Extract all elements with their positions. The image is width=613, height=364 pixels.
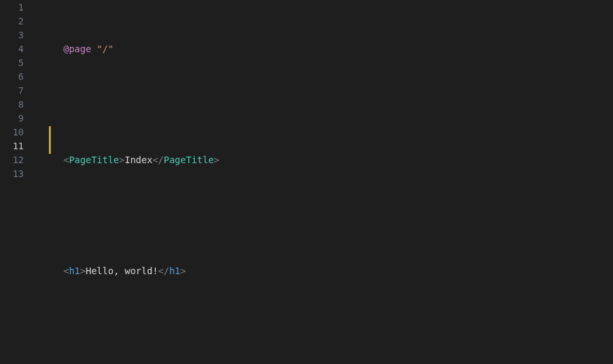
text-content: Hello, world! [86, 266, 159, 276]
directive-name: page [69, 44, 91, 54]
code-line[interactable]: <h1>Hello, world!</h1> [63, 264, 613, 278]
line-number-current[interactable]: 11 [0, 139, 38, 153]
code-line[interactable] [63, 209, 613, 223]
line-number[interactable]: 6 [0, 70, 38, 84]
code-line[interactable]: @page "/" [63, 42, 613, 56]
line-number[interactable]: 4 [0, 42, 38, 56]
line-number-gutter[interactable]: 1 2 3 4 5 6 7 8 9 10 11 12 13 [0, 0, 38, 364]
angle-close: > [119, 155, 124, 165]
line-number[interactable]: 12 [0, 153, 38, 167]
component-tag: PageTitle [69, 155, 119, 165]
component-tag: PageTitle [164, 155, 214, 165]
code-line[interactable] [63, 320, 613, 334]
html-tag: h1 [169, 266, 180, 276]
line-number[interactable]: 7 [0, 84, 38, 98]
angle-close: > [214, 155, 219, 165]
line-number[interactable]: 10 [0, 126, 38, 139]
code-line[interactable] [63, 98, 613, 112]
line-number[interactable]: 1 [0, 1, 38, 15]
text-content: Index [125, 155, 153, 165]
space [91, 44, 96, 54]
angle-close: > [80, 266, 85, 276]
angle-open-slash: </ [153, 155, 164, 165]
line-number[interactable]: 9 [0, 112, 38, 126]
line-number[interactable]: 8 [0, 98, 38, 112]
html-tag: h1 [69, 266, 80, 276]
angle-open-slash: </ [158, 266, 169, 276]
code-editor[interactable]: 1 2 3 4 5 6 7 8 9 10 11 12 13 @page "/" … [0, 0, 613, 364]
code-area[interactable]: @page "/" <PageTitle>Index</PageTitle> <… [38, 0, 613, 364]
page-path: "/" [97, 44, 114, 54]
line-number[interactable]: 2 [0, 15, 38, 28]
line-number[interactable]: 3 [0, 28, 38, 42]
angle-close: > [180, 266, 186, 276]
line-number[interactable]: 13 [0, 167, 38, 181]
line-number[interactable]: 5 [0, 56, 38, 70]
code-line[interactable]: <PageTitle>Index</PageTitle> [63, 153, 613, 167]
